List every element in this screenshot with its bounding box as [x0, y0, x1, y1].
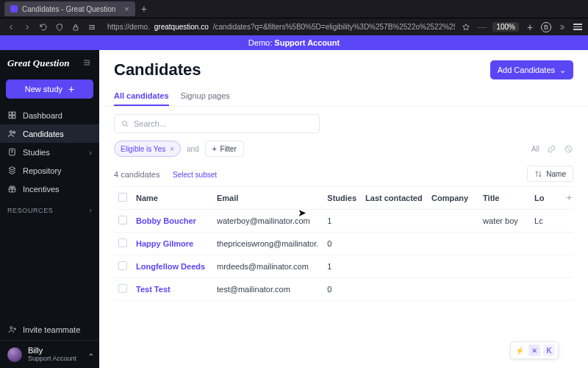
svg-rect-5	[12, 116, 15, 118]
sidebar-item-incentives[interactable]: Incentives	[0, 180, 99, 198]
cell-email: thepriceiswrong@mailinator.	[212, 233, 323, 255]
browser-chrome: Candidates - Great Question × + https://…	[0, 0, 588, 35]
bookmark-icon[interactable]	[461, 22, 471, 32]
filter-chip-eligible[interactable]: Eligible is Yes ×	[114, 141, 181, 157]
sort-icon	[534, 170, 542, 178]
browser-tab[interactable]: Candidates - Great Question ×	[4, 1, 135, 16]
add-candidates-label: Add Candidates	[498, 66, 555, 74]
link-icon[interactable]	[547, 144, 556, 154]
candidates-count: 4 candidates	[114, 170, 159, 179]
row-checkbox[interactable]	[118, 216, 127, 224]
candidate-name-link[interactable]: Test Test	[136, 285, 171, 294]
user-name: Billy	[28, 347, 76, 355]
sidebar-nav: Dashboard Candidates Studies › Repositor…	[0, 106, 99, 198]
table-row[interactable]: Bobby Boucherwaterboy@mailinator.com1wat…	[114, 210, 573, 233]
row-checkbox[interactable]	[118, 261, 127, 270]
search-input[interactable]: Search...	[114, 114, 320, 133]
view-all[interactable]: All	[531, 145, 539, 153]
select-all-checkbox[interactable]	[118, 193, 127, 202]
tab-signup-pages[interactable]: Signup pages	[181, 87, 230, 106]
sidebar-item-studies[interactable]: Studies ›	[0, 143, 99, 161]
column-studies[interactable]: Studies	[323, 187, 361, 210]
cell-email: mrdeeds@mailinator.com	[212, 255, 323, 278]
browser-tabstrip: Candidates - Great Question × +	[0, 0, 588, 18]
block-icon[interactable]	[564, 144, 573, 154]
nav-forward-icon[interactable]	[22, 22, 32, 32]
row-checkbox[interactable]	[118, 238, 127, 247]
column-title[interactable]: Title	[478, 187, 530, 210]
user-plus-icon	[7, 325, 17, 334]
url-bar[interactable]: https://demo.greatquestion.co/candidates…	[103, 20, 455, 35]
select-subset-link[interactable]: Select subset	[173, 171, 217, 179]
browser-toolbar: https://demo.greatquestion.co/candidates…	[0, 18, 588, 35]
remove-filter-icon[interactable]: ×	[170, 145, 174, 153]
avatar	[7, 347, 22, 362]
zoom-level[interactable]: 100%	[492, 22, 519, 32]
column-company[interactable]: Company	[427, 187, 478, 210]
candidate-name-link[interactable]: Happy Gilmore	[136, 239, 193, 248]
invite-label: Invite teammate	[23, 325, 80, 334]
sidebar-section-resources[interactable]: RESOURCES ›	[0, 198, 99, 217]
candidate-name-link[interactable]: Longfellow Deeds	[136, 262, 205, 271]
column-last-contacted[interactable]: Last contacted	[361, 187, 427, 210]
tab-title: Candidates - Great Question	[22, 5, 115, 13]
collapse-sidebar-icon[interactable]	[82, 58, 92, 68]
cell-company	[427, 278, 478, 301]
repository-icon	[7, 166, 17, 175]
user-menu[interactable]: Billy Support Account ›	[0, 340, 99, 368]
new-study-button[interactable]: New study +	[6, 79, 93, 99]
search-placeholder: Search...	[134, 119, 166, 128]
close-tab-icon[interactable]: ×	[124, 4, 129, 13]
browser-plus-icon[interactable]: +	[525, 22, 535, 32]
candidates-table: + ➤ Name Email Studies Last contacted Co…	[99, 186, 588, 368]
svg-rect-4	[9, 116, 12, 118]
plus-icon: +	[68, 84, 74, 94]
add-column-button[interactable]: +	[566, 192, 572, 203]
cell-location: Lc	[530, 210, 573, 233]
overflow-icon[interactable]	[557, 22, 567, 32]
add-candidates-button[interactable]: Add Candidates ⌄	[490, 60, 573, 79]
account-icon[interactable]: B	[541, 22, 551, 32]
sidebar: Great Question New study + Dashboard Can…	[0, 50, 99, 368]
filter-chip-label: Eligible is Yes	[121, 145, 165, 153]
sort-button[interactable]: Name	[527, 166, 573, 182]
table-row[interactable]: Happy Gilmorethepriceiswrong@mailinator.…	[114, 233, 573, 255]
tab-all-candidates[interactable]: All candidates	[114, 87, 169, 106]
lock-icon[interactable]	[71, 22, 81, 32]
brand-logo[interactable]: Great Question	[7, 57, 70, 69]
table-row[interactable]: Test Testtest@mailinator.com0	[114, 278, 573, 301]
invite-teammate-button[interactable]: Invite teammate	[0, 319, 99, 340]
url-prefix: https://demo.	[107, 23, 150, 31]
svg-rect-2	[9, 112, 12, 115]
keyboard-shortcut-badge[interactable]: K	[543, 344, 555, 356]
site-settings-icon[interactable]	[87, 22, 97, 32]
menu-icon[interactable]	[573, 24, 582, 30]
dashboard-icon	[7, 110, 17, 120]
new-tab-button[interactable]: +	[141, 4, 147, 14]
reload-icon[interactable]	[38, 22, 49, 32]
cell-studies: 1	[323, 210, 361, 233]
bolt-icon[interactable]: ⚡	[514, 344, 526, 356]
cell-last-contacted	[361, 210, 427, 233]
column-email[interactable]: Email	[212, 187, 323, 210]
chevron-right-icon: ›	[89, 148, 92, 157]
demo-banner: Demo: Support Account	[0, 35, 588, 50]
sidebar-item-label: Dashboard	[23, 111, 62, 120]
cell-email: test@mailinator.com	[212, 278, 323, 301]
help-widget: ⚡ ✕ K	[510, 342, 559, 359]
cell-email: waterboy@mailinator.com	[212, 210, 323, 233]
svg-point-7	[13, 132, 15, 134]
add-filter-button[interactable]: + Filter	[205, 141, 244, 157]
widget-close-icon[interactable]: ✕	[528, 344, 540, 356]
shield-icon[interactable]	[54, 22, 65, 32]
table-row[interactable]: Longfellow Deedsmrdeeds@mailinator.com1	[114, 255, 573, 278]
column-name[interactable]: Name	[132, 187, 212, 210]
cell-last-contacted	[361, 233, 427, 255]
user-role: Support Account	[28, 355, 76, 362]
row-checkbox[interactable]	[118, 284, 127, 293]
sidebar-item-candidates[interactable]: Candidates	[0, 124, 99, 143]
sidebar-item-repository[interactable]: Repository	[0, 161, 99, 180]
candidate-name-link[interactable]: Bobby Boucher	[136, 216, 196, 225]
nav-back-icon[interactable]	[6, 22, 16, 32]
sidebar-item-dashboard[interactable]: Dashboard	[0, 106, 99, 124]
